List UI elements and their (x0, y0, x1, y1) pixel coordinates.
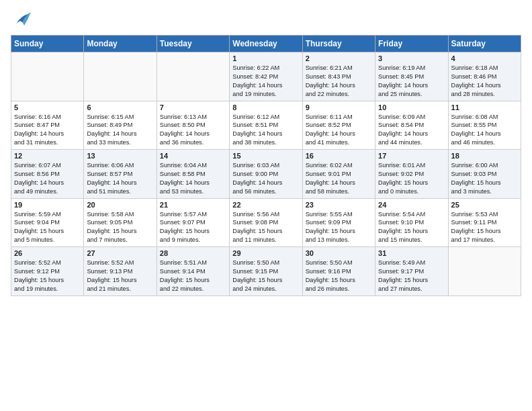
day-info: Sunrise: 6:02 AMSunset: 9:01 PMDaylight:… (306, 161, 372, 196)
day-number: 13 (87, 152, 153, 160)
day-info: Sunrise: 5:57 AMSunset: 9:07 PMDaylight:… (160, 210, 226, 245)
calendar-cell: 2Sunrise: 6:21 AMSunset: 8:43 PMDaylight… (302, 52, 375, 101)
calendar-cell: 5Sunrise: 6:16 AMSunset: 8:47 PMDaylight… (11, 101, 84, 150)
day-info: Sunrise: 6:18 AMSunset: 8:46 PMDaylight:… (451, 64, 518, 99)
calendar-week-row: 1Sunrise: 6:22 AMSunset: 8:42 PMDaylight… (11, 52, 521, 101)
calendar-cell: 7Sunrise: 6:13 AMSunset: 8:50 PMDaylight… (157, 101, 229, 150)
calendar-cell: 29Sunrise: 5:50 AMSunset: 9:15 PMDayligh… (230, 247, 302, 296)
day-info: Sunrise: 5:51 AMSunset: 9:14 PMDaylight:… (160, 259, 226, 293)
calendar-cell: 16Sunrise: 6:02 AMSunset: 9:01 PMDayligh… (302, 150, 375, 199)
calendar-cell: 25Sunrise: 5:53 AMSunset: 9:11 PMDayligh… (448, 198, 521, 247)
day-info: Sunrise: 5:50 AMSunset: 9:16 PMDaylight:… (306, 259, 372, 293)
day-number: 30 (306, 249, 372, 257)
calendar-cell: 17Sunrise: 6:01 AMSunset: 9:02 PMDayligh… (375, 150, 448, 199)
day-number: 20 (87, 201, 153, 209)
day-number: 7 (160, 103, 226, 111)
day-info: Sunrise: 5:56 AMSunset: 9:08 PMDaylight:… (232, 210, 299, 245)
calendar-cell: 22Sunrise: 5:56 AMSunset: 9:08 PMDayligh… (230, 198, 302, 247)
day-number: 8 (232, 103, 299, 111)
day-info: Sunrise: 5:52 AMSunset: 9:13 PMDaylight:… (87, 259, 153, 293)
calendar-cell: 26Sunrise: 5:52 AMSunset: 9:12 PMDayligh… (11, 247, 84, 296)
calendar-cell: 30Sunrise: 5:50 AMSunset: 9:16 PMDayligh… (302, 247, 375, 296)
day-number: 5 (14, 103, 81, 111)
day-number: 29 (232, 249, 299, 257)
day-number: 23 (306, 201, 372, 209)
day-number: 9 (306, 103, 372, 111)
day-info: Sunrise: 6:12 AMSunset: 8:51 PMDaylight:… (232, 113, 299, 148)
day-info: Sunrise: 5:52 AMSunset: 9:12 PMDaylight:… (14, 259, 81, 293)
day-number: 12 (14, 152, 81, 160)
day-number: 19 (14, 201, 81, 209)
calendar-cell: 13Sunrise: 6:06 AMSunset: 8:57 PMDayligh… (84, 150, 157, 199)
day-number: 24 (378, 201, 445, 209)
calendar-cell: 8Sunrise: 6:12 AMSunset: 8:51 PMDaylight… (230, 101, 302, 150)
calendar-cell: 19Sunrise: 5:59 AMSunset: 9:04 PMDayligh… (11, 198, 84, 247)
calendar-cell: 31Sunrise: 5:49 AMSunset: 9:17 PMDayligh… (375, 247, 448, 296)
calendar-cell (84, 52, 157, 101)
calendar-week-row: 12Sunrise: 6:07 AMSunset: 8:56 PMDayligh… (11, 150, 521, 199)
calendar-cell: 11Sunrise: 6:08 AMSunset: 8:55 PMDayligh… (448, 101, 521, 150)
day-info: Sunrise: 6:01 AMSunset: 9:02 PMDaylight:… (378, 161, 445, 196)
day-number: 25 (451, 201, 518, 209)
day-number: 17 (378, 152, 445, 160)
weekday-header-row: SundayMondayTuesdayWednesdayThursdayFrid… (11, 36, 521, 52)
calendar-cell: 3Sunrise: 6:19 AMSunset: 8:45 PMDaylight… (375, 52, 448, 101)
calendar-cell (448, 247, 521, 296)
logo-bird-icon (11, 11, 31, 30)
day-number: 1 (232, 54, 299, 62)
calendar-cell: 6Sunrise: 6:15 AMSunset: 8:49 PMDaylight… (84, 101, 157, 150)
day-number: 2 (306, 54, 372, 62)
calendar-cell: 18Sunrise: 6:00 AMSunset: 9:03 PMDayligh… (448, 150, 521, 199)
calendar-cell: 15Sunrise: 6:03 AMSunset: 9:00 PMDayligh… (230, 150, 302, 199)
page-header (11, 11, 521, 30)
calendar-cell: 23Sunrise: 5:55 AMSunset: 9:09 PMDayligh… (302, 198, 375, 247)
day-info: Sunrise: 6:21 AMSunset: 8:43 PMDaylight:… (306, 64, 372, 99)
calendar-cell: 10Sunrise: 6:09 AMSunset: 8:54 PMDayligh… (375, 101, 448, 150)
day-number: 16 (306, 152, 372, 160)
day-info: Sunrise: 6:00 AMSunset: 9:03 PMDaylight:… (451, 161, 518, 196)
weekday-header-friday: Friday (375, 36, 448, 52)
day-info: Sunrise: 6:06 AMSunset: 8:57 PMDaylight:… (87, 161, 153, 196)
day-info: Sunrise: 6:13 AMSunset: 8:50 PMDaylight:… (160, 113, 226, 148)
day-info: Sunrise: 5:53 AMSunset: 9:11 PMDaylight:… (451, 210, 518, 245)
day-number: 21 (160, 201, 226, 209)
day-info: Sunrise: 6:16 AMSunset: 8:47 PMDaylight:… (14, 113, 81, 148)
calendar-week-row: 26Sunrise: 5:52 AMSunset: 9:12 PMDayligh… (11, 247, 521, 296)
day-number: 22 (232, 201, 299, 209)
weekday-header-monday: Monday (84, 36, 157, 52)
day-number: 11 (451, 103, 518, 111)
day-number: 26 (14, 249, 81, 257)
day-info: Sunrise: 5:58 AMSunset: 9:05 PMDaylight:… (87, 210, 153, 245)
logo (11, 11, 34, 30)
weekday-header-wednesday: Wednesday (230, 36, 302, 52)
day-info: Sunrise: 6:08 AMSunset: 8:55 PMDaylight:… (451, 113, 518, 148)
calendar-cell: 14Sunrise: 6:04 AMSunset: 8:58 PMDayligh… (157, 150, 229, 199)
calendar-cell: 27Sunrise: 5:52 AMSunset: 9:13 PMDayligh… (84, 247, 157, 296)
day-number: 6 (87, 103, 153, 111)
day-number: 18 (451, 152, 518, 160)
day-number: 4 (451, 54, 518, 62)
weekday-header-saturday: Saturday (448, 36, 521, 52)
calendar-cell: 24Sunrise: 5:54 AMSunset: 9:10 PMDayligh… (375, 198, 448, 247)
day-info: Sunrise: 5:49 AMSunset: 9:17 PMDaylight:… (378, 259, 445, 293)
day-number: 3 (378, 54, 445, 62)
calendar-cell: 4Sunrise: 6:18 AMSunset: 8:46 PMDaylight… (448, 52, 521, 101)
calendar-cell (157, 52, 229, 101)
calendar-cell: 28Sunrise: 5:51 AMSunset: 9:14 PMDayligh… (157, 247, 229, 296)
calendar-cell: 12Sunrise: 6:07 AMSunset: 8:56 PMDayligh… (11, 150, 84, 199)
calendar-cell (11, 52, 84, 101)
day-number: 10 (378, 103, 445, 111)
calendar-week-row: 19Sunrise: 5:59 AMSunset: 9:04 PMDayligh… (11, 198, 521, 247)
day-number: 31 (378, 249, 445, 257)
day-info: Sunrise: 6:11 AMSunset: 8:52 PMDaylight:… (306, 113, 372, 148)
calendar-cell: 9Sunrise: 6:11 AMSunset: 8:52 PMDaylight… (302, 101, 375, 150)
day-info: Sunrise: 5:50 AMSunset: 9:15 PMDaylight:… (232, 259, 299, 293)
calendar-cell: 21Sunrise: 5:57 AMSunset: 9:07 PMDayligh… (157, 198, 229, 247)
weekday-header-sunday: Sunday (11, 36, 84, 52)
day-info: Sunrise: 6:09 AMSunset: 8:54 PMDaylight:… (378, 113, 445, 148)
calendar-week-row: 5Sunrise: 6:16 AMSunset: 8:47 PMDaylight… (11, 101, 521, 150)
weekday-header-tuesday: Tuesday (157, 36, 229, 52)
day-info: Sunrise: 6:19 AMSunset: 8:45 PMDaylight:… (378, 64, 445, 99)
day-info: Sunrise: 6:03 AMSunset: 9:00 PMDaylight:… (232, 161, 299, 196)
day-number: 15 (232, 152, 299, 160)
